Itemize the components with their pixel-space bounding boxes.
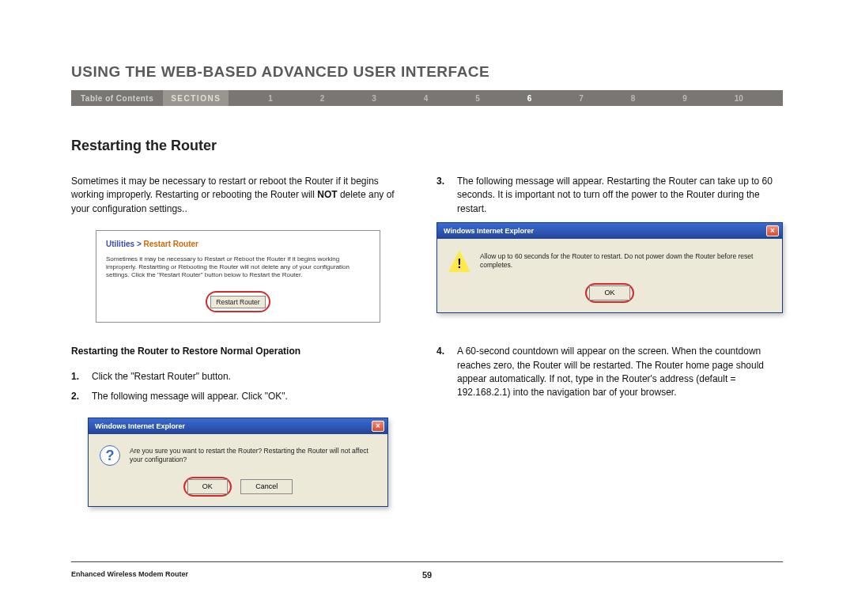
ok-button-ring: OK (183, 477, 232, 497)
ok-button[interactable]: OK (589, 285, 629, 300)
footer-product: Enhanced Wireless Modem Router (71, 570, 188, 578)
ok-button-ring: OK (585, 283, 633, 303)
dialog-wait-restart: Windows Internet Explorer × Allow up to … (436, 222, 783, 313)
ok-button[interactable]: OK (187, 479, 228, 494)
step-3-text: The following message will appear. Resta… (457, 175, 783, 216)
question-icon: ? (100, 445, 120, 466)
step-3-num: 3. (436, 175, 448, 216)
intro-not: NOT (317, 189, 337, 200)
step-2-text: The following message will appear. Click… (92, 390, 405, 403)
step-1-num: 1. (71, 370, 82, 384)
nav-bar: Table of Contents SECTIONS 12345678910 (71, 90, 783, 106)
nav-section-5[interactable]: 5 (475, 94, 480, 103)
nav-sections-label: SECTIONS (163, 90, 229, 106)
dialog-title: Windows Internet Explorer (444, 226, 534, 236)
page-number: 59 (422, 570, 432, 580)
nav-section-8[interactable]: 8 (631, 94, 636, 103)
nav-section-6[interactable]: 6 (527, 94, 532, 103)
step-4-num: 4. (436, 345, 448, 400)
bc-utilities: Utilities > (106, 240, 144, 248)
nav-numbers: 12345678910 (229, 94, 783, 103)
nav-section-7[interactable]: 7 (579, 94, 584, 103)
screenshot-desc: Sometimes it may be necessary to Restart… (106, 255, 370, 280)
step-4-text: A 60-second countdown will appear on the… (457, 345, 783, 400)
step-3: 3. The following message will appear. Re… (436, 175, 783, 216)
restart-router-button[interactable]: Restart Router (210, 296, 265, 308)
step-1: 1. Click the "Restart Router" button. (71, 370, 405, 384)
restart-router-button-ring: Restart Router (206, 291, 270, 312)
bc-restart: Restart Router (144, 240, 198, 248)
warning-icon (448, 250, 470, 272)
nav-section-2[interactable]: 2 (320, 94, 325, 103)
step-4: 4. A 60-second countdown will appear on … (436, 345, 783, 400)
nav-section-3[interactable]: 3 (372, 94, 376, 103)
nav-section-1[interactable]: 1 (268, 94, 273, 103)
close-icon[interactable]: × (766, 225, 779, 236)
left-column: Sometimes it may be necessary to restart… (71, 175, 405, 507)
intro-paragraph: Sometimes it may be necessary to restart… (71, 175, 405, 216)
dialog-confirm-restart: Windows Internet Explorer × ? Are you su… (88, 418, 388, 507)
nav-section-10[interactable]: 10 (735, 94, 743, 103)
section-heading: Restarting the Router (71, 138, 783, 154)
step-2-num: 2. (71, 390, 82, 403)
dialog-message: Are you sure you want to restart the Rou… (130, 447, 373, 464)
cancel-button[interactable]: Cancel (240, 479, 293, 494)
step-1-text: Click the "Restart Router" button. (92, 370, 405, 384)
step-2: 2. The following message will appear. Cl… (71, 390, 405, 403)
right-column: 3. The following message will appear. Re… (436, 175, 783, 507)
dialog-title: Windows Internet Explorer (95, 421, 185, 432)
sub-heading: Restarting the Router to Restore Normal … (71, 345, 405, 358)
nav-toc[interactable]: Table of Contents (71, 94, 163, 103)
screenshot-restart-router: Utilities > Restart Router Sometimes it … (96, 230, 380, 323)
nav-section-4[interactable]: 4 (424, 94, 429, 103)
footer: Enhanced Wireless Modem Router 59 (71, 561, 783, 578)
close-icon[interactable]: × (372, 421, 384, 432)
dialog-message: Allow up to 60 seconds for the Router to… (480, 252, 768, 270)
page-title: USING THE WEB-BASED ADVANCED USER INTERF… (71, 63, 783, 81)
nav-section-9[interactable]: 9 (682, 94, 687, 103)
screenshot-breadcrumb: Utilities > Restart Router (106, 239, 370, 251)
